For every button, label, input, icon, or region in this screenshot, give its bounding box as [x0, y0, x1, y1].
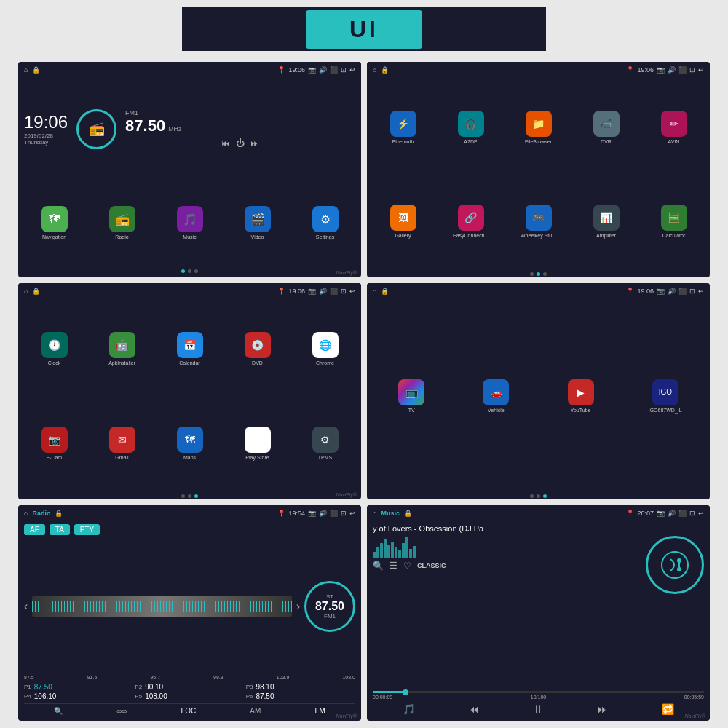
tune-left-btn[interactable]: ‹	[24, 600, 28, 613]
app-settings[interactable]: ⚙ Settings	[292, 178, 358, 269]
dot-3-2	[188, 494, 191, 498]
app-amplifier[interactable]: 📊 Amplifier	[573, 175, 639, 269]
home-icon-1[interactable]: ⌂	[24, 66, 28, 74]
app-calendar[interactable]: 📅 Calendar	[157, 302, 223, 395]
app-easyconnect[interactable]: 🔗 EasyConnecti...	[438, 175, 504, 269]
app-tpms[interactable]: ⚙ TPMS	[292, 397, 358, 490]
back-icon-1[interactable]: ↩	[349, 66, 355, 74]
back-icon-6[interactable]: ↩	[698, 510, 704, 517]
preset-2[interactable]: P2 90.10	[135, 683, 244, 691]
prev-track-btn[interactable]: ⏮	[221, 138, 230, 149]
screen-apps-3: ⌂ 🔒 📍 19:06 📷 🔊 ⬛ ⊡ ↩ 📺 TV 🚗 Vehicle	[367, 283, 710, 499]
back-icon-2[interactable]: ↩	[698, 66, 704, 74]
preset-1[interactable]: P1 87.50	[24, 683, 133, 691]
app-tv[interactable]: 📺 TV	[370, 302, 453, 489]
next-track-btn[interactable]: ⏭	[250, 138, 259, 149]
playlist-icon[interactable]: ☰	[389, 561, 397, 571]
preset-6-label: P6	[246, 693, 253, 700]
tune-right-btn[interactable]: ›	[296, 600, 300, 613]
search-btn[interactable]: 🔍	[54, 707, 63, 715]
app-dvr[interactable]: 📹 DVR	[573, 81, 639, 174]
app-clock[interactable]: 🕐 Clock	[21, 302, 87, 395]
vis-bar-1	[373, 552, 376, 558]
preset-6-freq: 87.50	[256, 692, 274, 700]
af-button[interactable]: AF	[24, 524, 45, 535]
vis-bar-9	[402, 543, 405, 558]
music-progress-bar[interactable]	[373, 691, 704, 693]
pty-button[interactable]: PTY	[74, 524, 100, 535]
app-filebrowser[interactable]: 📁 FileBrowser	[505, 81, 571, 174]
location-icon-2: 📍	[626, 66, 634, 74]
dvr-icon: 📹	[593, 111, 620, 137]
back-icon-4[interactable]: ↩	[698, 288, 704, 295]
playstore-label: Play Store	[245, 455, 269, 460]
app-maps[interactable]: 🗺 Maps	[157, 397, 223, 490]
screen-home: ⌂ 🔒 📍 19:06 📷 🔊 ⬛ ⊡ ↩ 19:06 2019/02/28 T…	[18, 62, 361, 277]
preset-4-freq: 106.10	[34, 692, 57, 700]
igo-label: iGO687WD_IL	[649, 408, 682, 413]
loc-btn[interactable]: LOC	[181, 707, 197, 715]
dot-1-active	[181, 269, 185, 273]
app-fcam[interactable]: 📷 F-Cam	[21, 397, 87, 490]
app-a2dp[interactable]: 🎧 A2DP	[438, 81, 504, 174]
home-icon-6[interactable]: ⌂	[373, 510, 376, 517]
app-wheelkey[interactable]: 🎮 Wheelkey Stu...	[505, 175, 571, 269]
navifly-watermark-1: NaviFly®	[336, 270, 357, 275]
home-icon-3[interactable]: ⌂	[24, 288, 28, 295]
app-navigation[interactable]: 🗺 Navigation	[21, 178, 87, 269]
home-icon-4[interactable]: ⌂	[373, 288, 376, 295]
clock-label: Clock	[48, 360, 61, 365]
status-bar-3: ⌂ 🔒 📍 19:06 📷 🔊 ⬛ ⊡ ↩	[18, 283, 361, 299]
app-bluetooth[interactable]: ⚡ Bluetooth	[370, 81, 436, 174]
app-music[interactable]: 🎵 Music	[157, 178, 223, 269]
page-title: UI	[349, 16, 379, 42]
preset-6[interactable]: P6 87.50	[246, 692, 355, 700]
back-icon-3[interactable]: ↩	[349, 288, 355, 295]
app-gmail[interactable]: ✉ Gmail	[89, 397, 155, 490]
app-playstore[interactable]: ▶ Play Store	[224, 397, 290, 490]
back-icon-5[interactable]: ↩	[349, 510, 355, 517]
app-igo[interactable]: IGO iGO687WD_IL	[624, 302, 707, 489]
dot-2-1	[530, 272, 534, 276]
vis-bar-12	[413, 546, 416, 558]
preset-4-label: P4	[24, 693, 31, 700]
dvd-icon: 💿	[245, 332, 271, 358]
power-btn[interactable]: ⏻	[236, 138, 245, 149]
am-btn[interactable]: AM	[250, 707, 261, 715]
clock-section: 19:06 2019/02/28 Thursday	[24, 112, 68, 146]
freq-min: 87.5	[24, 675, 34, 680]
app-apkinstaller[interactable]: 🤖 ApkInstaller	[89, 302, 155, 395]
fm-btn[interactable]: FM	[314, 707, 325, 715]
tv-label: TV	[408, 408, 415, 413]
home-icon-5[interactable]: ⌂	[24, 510, 28, 517]
shuffle-btn[interactable]: 🎵	[403, 703, 415, 715]
search-music-icon[interactable]: 🔍	[373, 561, 384, 571]
app-calculator[interactable]: 🧮 Calculator	[641, 175, 707, 269]
next-btn[interactable]: ⏭	[598, 703, 608, 715]
heart-icon[interactable]: ♡	[403, 561, 411, 571]
preset-5[interactable]: P5 108.00	[135, 692, 244, 700]
app-dvd[interactable]: 💿 DVD	[224, 302, 290, 395]
app-chrome[interactable]: 🌐 Chrome	[292, 302, 358, 395]
date-display: 2019/02/28	[24, 132, 68, 139]
scan-btn[interactable]: ∞∞	[116, 707, 127, 715]
app-youtube[interactable]: ▶ YouTube	[539, 302, 622, 489]
app-radio[interactable]: 📻 Radio	[89, 178, 155, 269]
freq-mark-4: 103.9	[277, 675, 290, 680]
app-avin[interactable]: ✏ AVIN	[641, 81, 707, 174]
big-clock: 19:06	[24, 112, 68, 132]
prev-btn[interactable]: ⏮	[469, 703, 479, 715]
radio-info: FM1 87.50 MHz ⏮ ⏻ ⏭	[125, 109, 355, 149]
app-gallery[interactable]: 🖼 Gallery	[370, 175, 436, 269]
playstore-icon: ▶	[245, 427, 271, 453]
preset-4[interactable]: P4 106.10	[24, 692, 133, 700]
preset-3[interactable]: P3 98.10	[246, 683, 355, 691]
play-pause-btn[interactable]: ⏸	[533, 703, 543, 715]
app-vehicle[interactable]: 🚗 Vehicle	[454, 302, 537, 489]
app-video[interactable]: 🎬 Video	[224, 178, 290, 269]
ta-button[interactable]: TA	[50, 524, 70, 535]
radio-circle-icon[interactable]: 📻	[76, 109, 116, 149]
home-icon-2[interactable]: ⌂	[373, 66, 376, 74]
repeat-btn[interactable]: 🔁	[662, 703, 674, 715]
youtube-label: YouTube	[571, 408, 591, 413]
